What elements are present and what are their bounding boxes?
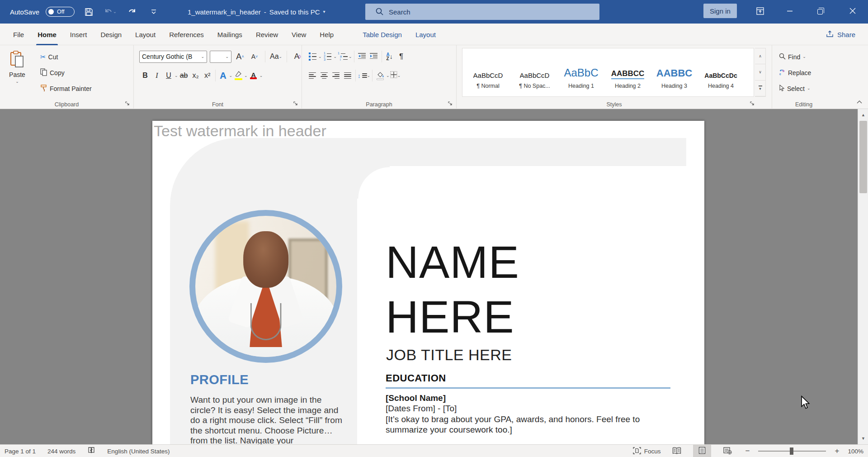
cut-button[interactable]: ✂ Cut	[38, 49, 94, 65]
collapse-ribbon-button[interactable]	[854, 98, 864, 106]
style-no-spacing[interactable]: AaBbCcD ¶ No Spac...	[512, 51, 557, 93]
multilevel-list-button[interactable]: 1ai	[337, 50, 349, 63]
minimize-button[interactable]	[778, 0, 801, 24]
undo-button[interactable]: ⌄	[103, 4, 118, 19]
text-effects-dropdown-icon[interactable]: ⌄	[229, 74, 233, 78]
strikethrough-button[interactable]: ab	[178, 69, 190, 82]
education-body-text[interactable]: [It’s okay to brag about your GPA, award…	[386, 414, 668, 435]
bullets-button[interactable]	[307, 50, 318, 63]
clipboard-dialog-launcher[interactable]	[124, 100, 131, 107]
text-effects-button[interactable]: A	[217, 69, 229, 82]
language-indicator[interactable]: English (United States)	[107, 448, 170, 455]
bullets-dropdown-icon[interactable]: ⌄	[318, 55, 322, 59]
tab-insert[interactable]: Insert	[63, 24, 94, 45]
replace-button[interactable]: bc Replace	[777, 65, 813, 81]
sign-in-button[interactable]: Sign in	[703, 4, 737, 18]
tab-table-layout[interactable]: Layout	[409, 24, 443, 45]
style-heading-3[interactable]: AABBC Heading 3	[651, 51, 697, 93]
styles-scroll-down-button[interactable]: ∨	[755, 64, 765, 80]
copy-button[interactable]: Copy	[38, 65, 94, 81]
paragraph-dialog-launcher[interactable]	[447, 100, 454, 107]
zoom-slider-thumb[interactable]	[790, 447, 793, 455]
scroll-down-button[interactable]: ▼	[858, 433, 868, 443]
tab-file[interactable]: File	[6, 24, 31, 45]
font-dialog-launcher[interactable]	[292, 100, 299, 107]
header-watermark-text[interactable]: Test watermark in header	[154, 122, 326, 140]
word-count[interactable]: 244 words	[47, 448, 75, 455]
education-heading[interactable]: EDUCATION	[386, 372, 446, 384]
save-button[interactable]	[81, 4, 96, 19]
underline-dropdown-icon[interactable]: ⌄	[175, 74, 178, 78]
tab-mailings[interactable]: Mailings	[211, 24, 249, 45]
web-layout-button[interactable]	[718, 445, 736, 457]
print-layout-button[interactable]	[693, 445, 711, 457]
subscript-button[interactable]: x₂	[190, 69, 202, 82]
line-spacing-button[interactable]: ↕ ⌄	[358, 69, 370, 82]
tab-design[interactable]: Design	[94, 24, 128, 45]
tab-review[interactable]: Review	[249, 24, 285, 45]
zoom-out-button[interactable]: −	[744, 447, 751, 456]
restore-button[interactable]	[809, 0, 831, 24]
tab-table-design[interactable]: Table Design	[356, 24, 409, 45]
zoom-slider[interactable]	[758, 451, 826, 452]
highlight-button[interactable]	[232, 69, 244, 82]
read-mode-button[interactable]	[668, 445, 686, 457]
profile-heading[interactable]: PROFILE	[190, 372, 249, 387]
underline-button[interactable]: U	[163, 69, 175, 82]
document-title[interactable]: 1_watermark_in_header - Saved to this PC…	[188, 0, 326, 24]
profile-photo[interactable]	[189, 210, 342, 363]
zoom-level[interactable]: 100%	[848, 448, 863, 455]
format-painter-button[interactable]: Format Painter	[38, 81, 94, 96]
shading-dropdown-icon[interactable]: ⌄	[386, 74, 390, 78]
ribbon-display-options-button[interactable]	[749, 0, 771, 24]
font-name-combo[interactable]: Century Gothic (B ⌄	[139, 51, 207, 63]
style-heading-1[interactable]: AaBbC Heading 1	[558, 51, 604, 93]
change-case-button[interactable]: Aa⌄	[270, 50, 282, 63]
document-page[interactable]: Test watermark in header PROFILE Want to…	[152, 121, 704, 444]
styles-dialog-launcher[interactable]	[749, 100, 756, 107]
numbering-button[interactable]: 123	[322, 50, 334, 63]
shrink-font-button[interactable]: A˅	[249, 50, 260, 63]
bold-button[interactable]: B	[139, 69, 151, 82]
name-heading[interactable]: NAME HERE	[386, 235, 519, 344]
numbering-dropdown-icon[interactable]: ⌄	[334, 55, 337, 59]
zoom-in-button[interactable]: +	[833, 447, 840, 456]
proofing-status[interactable]	[87, 447, 95, 456]
align-center-button[interactable]	[318, 69, 330, 82]
multilevel-dropdown-icon[interactable]: ⌄	[349, 55, 352, 59]
profile-body-text[interactable]: Want to put your own image in the circle…	[190, 395, 348, 444]
select-button[interactable]: Select ⌄	[777, 81, 813, 96]
job-title-text[interactable]: JOB TITLE HERE	[386, 346, 512, 364]
style-heading-4[interactable]: AaBbCcDc Heading 4	[698, 51, 744, 93]
autosave-toggle[interactable]: Off	[46, 7, 75, 17]
highlight-dropdown-icon[interactable]: ⌄	[244, 74, 248, 78]
style-heading-2[interactable]: AABBCC Heading 2	[605, 51, 651, 93]
customize-quick-access-button[interactable]	[146, 4, 161, 19]
style-normal[interactable]: AaBbCcD ¶ Normal	[465, 51, 511, 93]
shading-button[interactable]	[374, 69, 386, 82]
superscript-button[interactable]: x²	[202, 69, 213, 82]
search-input[interactable]	[389, 8, 561, 16]
vertical-scrollbar[interactable]: ▲ ▼	[858, 109, 868, 444]
share-button[interactable]: Share	[826, 24, 855, 45]
styles-scroll-up-button[interactable]: ∧	[755, 48, 765, 64]
close-button[interactable]	[841, 0, 864, 24]
font-color-dropdown-icon[interactable]: ⌄	[259, 74, 263, 78]
justify-button[interactable]	[342, 69, 354, 82]
scrollbar-thumb[interactable]	[859, 121, 867, 193]
styles-more-button[interactable]: ▼	[755, 81, 765, 96]
page-indicator[interactable]: Page 1 of 1	[5, 448, 36, 455]
education-dates[interactable]: [Dates From] - [To]	[386, 404, 457, 414]
tab-layout[interactable]: Layout	[128, 24, 162, 45]
education-school[interactable]: [School Name]	[386, 393, 446, 403]
decrease-indent-button[interactable]	[356, 50, 368, 63]
tab-references[interactable]: References	[162, 24, 211, 45]
search-box[interactable]	[365, 4, 599, 20]
font-color-button[interactable]: A	[248, 69, 259, 82]
redo-button[interactable]	[124, 4, 140, 19]
tab-help[interactable]: Help	[313, 24, 340, 45]
show-paragraph-marks-button[interactable]: ¶	[396, 50, 407, 63]
focus-mode-button[interactable]: Focus	[633, 447, 661, 456]
align-left-button[interactable]	[307, 69, 318, 82]
find-button[interactable]: Find ⌄	[777, 49, 813, 65]
